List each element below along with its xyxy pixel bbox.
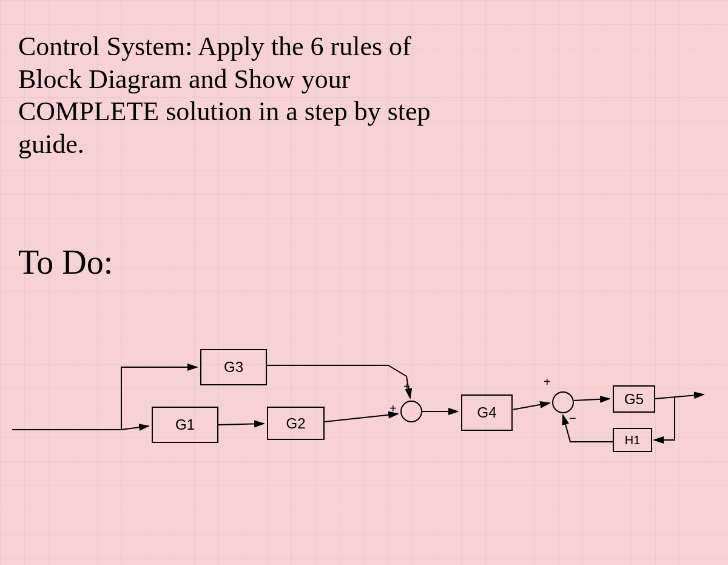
todo-heading: To Do: — [18, 243, 113, 282]
diagram-wires — [0, 340, 728, 522]
block-diagram: G3 G1 G2 G4 G5 H1 + + + − — [0, 340, 728, 522]
problem-title: Control System: Apply the 6 rules of Blo… — [18, 30, 443, 161]
